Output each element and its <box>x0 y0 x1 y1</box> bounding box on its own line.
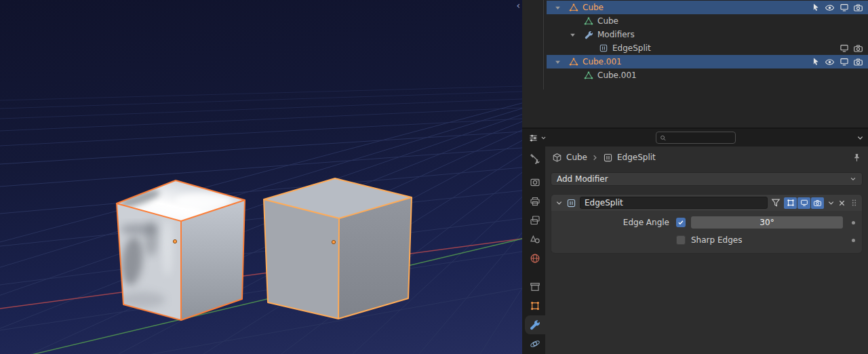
outliner-row-cube001[interactable]: Cube.001 <box>547 55 868 68</box>
close-icon <box>838 199 846 207</box>
selectable-toggle-cursor-icon[interactable] <box>810 3 821 13</box>
modifier-name-field[interactable]: EdgeSplit <box>580 197 768 209</box>
tab-collection[interactable] <box>525 277 545 296</box>
wrench-icon <box>583 29 594 40</box>
mesh-data-icon <box>583 70 594 81</box>
check-icon <box>677 219 684 226</box>
modifier-icon <box>598 43 609 54</box>
outliner-row-modifiers[interactable]: Modifiers <box>547 28 868 41</box>
search-icon <box>660 134 667 142</box>
drag-handle-grip-icon[interactable] <box>850 198 858 208</box>
scene-icon <box>530 234 540 245</box>
edge-angle-row: Edge Angle 30° <box>551 216 862 229</box>
chevron-down-icon <box>540 135 547 141</box>
disable-viewport-monitor-icon[interactable] <box>839 3 849 13</box>
outliner-item-label: Cube.001 <box>583 57 622 66</box>
edge-angle-checkbox[interactable] <box>676 218 686 227</box>
collection-icon <box>530 281 540 292</box>
delete-modifier-button[interactable] <box>838 199 846 207</box>
properties-header <box>522 129 868 146</box>
on-cage-toggle-funnel-icon[interactable] <box>771 198 781 208</box>
edge-angle-value: 30° <box>760 218 774 227</box>
y-axis-line <box>0 239 522 354</box>
tab-physics[interactable] <box>525 334 545 353</box>
viewport-display-toggle[interactable] <box>797 197 810 209</box>
disable-viewport-monitor-icon[interactable] <box>839 57 849 67</box>
output-icon <box>530 196 540 207</box>
sharp-edges-keyframe-dot[interactable] <box>848 239 858 242</box>
cube-object-smooth[interactable] <box>117 180 245 320</box>
sharp-edges-label: Sharp Edges <box>691 235 742 245</box>
3d-viewport[interactable]: ‹ <box>0 0 522 354</box>
properties-main: Cube EdgeSplit Add Modifier <box>545 146 868 354</box>
edge-angle-keyframe-dot[interactable] <box>848 221 858 224</box>
chevron-right-icon <box>591 154 599 161</box>
edge-angle-label: Edge Angle <box>555 218 669 227</box>
disclosure-triangle-icon[interactable] <box>570 32 583 38</box>
world-icon <box>530 253 540 264</box>
tool-icon <box>530 153 540 164</box>
breadcrumb-object-name: Cube <box>566 153 587 162</box>
edit-mode-toggle[interactable] <box>784 197 797 209</box>
tab-render[interactable] <box>525 173 545 192</box>
modifier-name-text: EdgeSplit <box>585 198 623 208</box>
tab-tool[interactable] <box>525 149 545 168</box>
modifier-extras-dropdown[interactable] <box>827 199 835 207</box>
cube-smooth-origin-dot <box>173 239 176 243</box>
blender-window: ‹ Cube <box>0 0 868 354</box>
display-toggle-group <box>784 197 824 209</box>
properties-body: Cube EdgeSplit Add Modifier <box>522 146 868 354</box>
outliner-rows: Cube Cube Mod <box>547 1 868 82</box>
chevron-down-icon <box>850 176 856 182</box>
breadcrumb: Cube EdgeSplit <box>545 146 868 168</box>
properties-search-box[interactable] <box>656 132 736 144</box>
disable-render-camera-icon[interactable] <box>853 43 863 54</box>
tab-output[interactable] <box>525 192 545 211</box>
edge-angle-value-slider[interactable]: 30° <box>691 216 843 229</box>
disclosure-triangle-icon[interactable] <box>555 5 568 11</box>
tab-world[interactable] <box>525 249 545 268</box>
outliner-gutter-line <box>543 0 544 90</box>
search-input[interactable] <box>669 133 732 142</box>
outliner-item-label: Cube <box>597 16 618 26</box>
tab-scene[interactable] <box>525 230 545 249</box>
mesh-object-icon <box>568 56 579 67</box>
hide-viewport-eye-icon[interactable] <box>825 57 835 67</box>
disclosure-triangle-icon[interactable] <box>555 59 568 65</box>
panel-expand-chevron-icon[interactable] <box>555 199 563 207</box>
tab-object[interactable] <box>525 296 545 315</box>
region-collapse-arrow[interactable]: ‹ <box>516 1 520 10</box>
pin-icon[interactable] <box>852 153 861 162</box>
tab-view-layer[interactable] <box>525 211 545 230</box>
render-display-toggle[interactable] <box>811 197 824 209</box>
outliner-item-label: Cube <box>583 3 604 12</box>
camera-icon <box>813 199 822 208</box>
add-modifier-button[interactable]: Add Modifier <box>551 172 863 186</box>
selectable-toggle-cursor-icon[interactable] <box>810 57 821 67</box>
disable-render-camera-icon[interactable] <box>853 3 863 13</box>
outliner-row-cube-meshdata[interactable]: Cube <box>547 14 868 28</box>
disable-viewport-monitor-icon[interactable] <box>839 43 849 54</box>
outliner-row-cube001-meshdata[interactable]: Cube.001 <box>547 68 868 82</box>
hide-viewport-eye-icon[interactable] <box>825 3 835 13</box>
tab-modifiers[interactable] <box>525 315 545 334</box>
add-modifier-label: Add Modifier <box>557 174 608 184</box>
header-options-button[interactable] <box>856 134 864 142</box>
editor-type-button[interactable] <box>526 132 549 144</box>
properties-tab-strip <box>522 146 545 354</box>
right-panel-column: Cube Cube Mod <box>522 0 868 354</box>
outliner-row-edgesplit[interactable]: EdgeSplit <box>547 41 868 55</box>
monitor-icon <box>800 199 808 207</box>
outliner-panel: Cube Cube Mod <box>522 0 868 127</box>
viewport-grid <box>0 65 522 354</box>
object-icon <box>530 300 540 311</box>
modifiers-wrench-icon <box>530 319 540 330</box>
edgesplit-modifier-panel: EdgeSplit <box>551 194 863 254</box>
disable-render-camera-icon[interactable] <box>853 57 863 67</box>
properties-editor-icon <box>528 133 538 143</box>
outliner-row-cube[interactable]: Cube <box>547 1 868 14</box>
cube-object-flat[interactable] <box>264 178 412 319</box>
mesh-data-icon <box>583 16 594 26</box>
properties-panel: Cube EdgeSplit Add Modifier <box>522 127 868 354</box>
sharp-edges-checkbox[interactable] <box>676 235 686 245</box>
